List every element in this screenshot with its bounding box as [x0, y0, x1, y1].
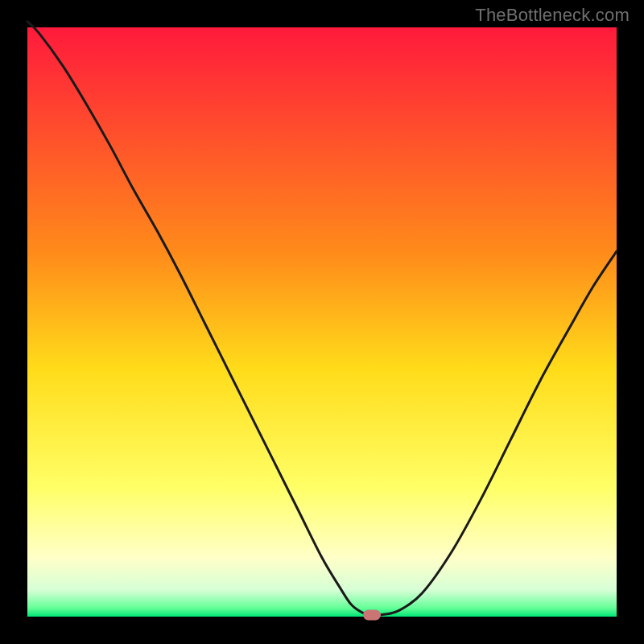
bottleneck-chart: TheBottleneck.com — [0, 0, 644, 644]
optimal-point-marker — [363, 609, 381, 620]
attribution-text: TheBottleneck.com — [475, 5, 630, 26]
plot-background — [27, 27, 617, 617]
plot-svg — [0, 0, 644, 644]
